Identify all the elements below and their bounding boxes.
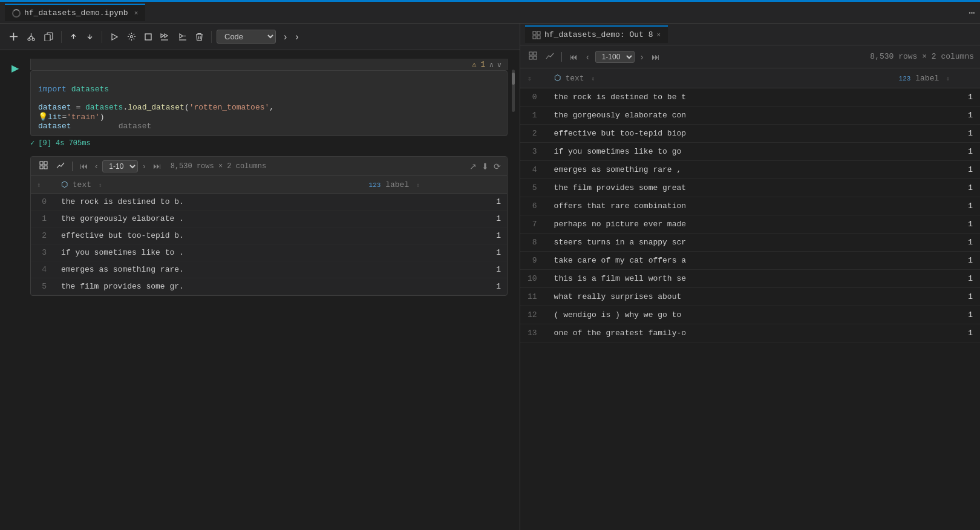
output-panel: hf_datasets_demo: Out 8 × ⏮ ‹ [520,24,980,530]
output-row-label: 1 [892,234,980,252]
notebook-content: ▶ ⚠ 1 ∧ ∨ import datasets dataset = data… [0,50,520,530]
output-table-row: 7 perhaps no picture ever made 1 [520,215,980,234]
run-cell-button[interactable] [107,30,122,44]
output-row-text: offers that rare combination [547,197,892,215]
output-page-select[interactable]: 1-100 [595,51,635,63]
output-row-label: 1 [892,88,980,106]
settings-button[interactable] [124,30,139,44]
notebook-panel: Code Markdown Raw › › ▶ ⚠ 1 ∧ [0,24,520,530]
notebook-download-btn[interactable]: ⬇ [482,162,489,171]
output-row-index: 6 [520,197,547,215]
notebook-external-link-btn[interactable]: ↗ [469,162,477,171]
output-table-row: 8 steers turns in a snappy scr 1 [520,234,980,252]
svg-rect-16 [529,52,532,55]
output-row-index: 12 [520,306,547,324]
output-col-label[interactable]: 123 label ⇕ [892,68,980,88]
collapse-down-btn[interactable]: ∨ [497,61,502,69]
notebook-row-index: 4 [31,261,55,278]
exec-status: ✓ [9] 4s 705ms [30,136,508,149]
notebook-grid-view-btn[interactable] [37,160,50,172]
output-row-text: take care of my cat offers a [547,252,892,270]
notebook-tab-close[interactable]: × [134,10,139,17]
output-row-text: steers turns in a snappy scr [547,234,892,252]
notebook-row-text: the gorgeously elaborate . [55,211,363,227]
move-up-button[interactable] [67,30,80,43]
output-first-page-btn[interactable]: ⏮ [567,51,580,63]
output-prev-page-btn[interactable]: ‹ [584,51,592,63]
svg-rect-14 [533,36,536,39]
code-cell: ▶ ⚠ 1 ∧ ∨ import datasets dataset = data… [0,56,520,151]
output-chart-view-btn[interactable] [543,50,557,63]
output-col-text[interactable]: ⬡ text ⇕ [547,68,892,88]
output-row-label: 1 [892,215,980,234]
notebook-prev-page-btn[interactable]: ‹ [93,161,100,171]
more-options-right[interactable]: › [281,29,290,45]
copy-button[interactable] [41,30,56,44]
cell-run-button[interactable]: ▶ [11,62,19,74]
notebook-chart-view-btn[interactable] [54,160,67,172]
output-row-label: 1 [892,324,980,342]
output-row-index: 7 [520,215,547,234]
collapse-up-btn[interactable]: ∧ [489,61,494,69]
tab-more-options[interactable]: ⋯ [969,6,975,19]
output-grid-view-btn[interactable] [526,50,540,63]
output-row-text: this is a film well worth se [547,270,892,288]
output-table-row: 11 what really surprises about 1 [520,288,980,306]
notebook-page-nav: ⏮ ‹ 1-10 › ⏭ [77,160,163,172]
output-tab-label: hf_datasets_demo: Out 8 [544,30,653,39]
notebook-table-actions: ↗ ⬇ ⟳ [469,162,501,171]
notebook-last-page-btn[interactable]: ⏭ [151,161,163,171]
chevron-right-button[interactable]: › [292,29,301,45]
svg-rect-9 [44,162,47,165]
output-row-text: if you sometimes like to go [547,143,892,161]
notebook-rows-info: 8,530 rows × 2 columns [171,162,266,171]
move-down-button[interactable] [83,30,97,43]
notebook-col-text[interactable]: ⬡ text ⇕ [55,176,363,194]
notebook-row-label: 1 [363,227,507,244]
notebook-first-page-btn[interactable]: ⏮ [77,161,90,171]
cut-button[interactable] [24,30,39,44]
output-row-label: 1 [892,179,980,197]
notebook-refresh-btn[interactable]: ⟳ [494,162,501,171]
output-last-page-btn[interactable]: ⏭ [649,51,662,63]
output-row-index: 11 [520,288,547,306]
output-row-index: 4 [520,161,547,179]
output-row-label: 1 [892,252,980,270]
svg-rect-18 [529,56,532,59]
cell-gutter: ▶ [0,59,30,74]
notebook-table-row: 1 the gorgeously elaborate . 1 [31,211,507,227]
run-below-button[interactable] [175,30,190,44]
notebook-row-text: emerges as something rare. [55,261,363,278]
cell-code-input[interactable]: import datasets dataset = datasets.load_… [30,70,508,136]
notebook-row-label: 1 [363,278,507,295]
cell-type-select[interactable]: Code Markdown Raw [217,30,276,44]
delete-button[interactable] [192,30,206,44]
add-cell-button[interactable] [6,30,21,44]
output-row-label: 1 [892,106,980,125]
notebook-row-label: 1 [363,261,507,278]
output-tab-close[interactable]: × [656,31,661,39]
output-table-row: 1 the gorgeously elaborate con 1 [520,106,980,125]
notebook-col-index: ⇕ [31,176,55,194]
notebook-table-row: 5 the film provides some gr. 1 [31,278,507,295]
output-row-text: the gorgeously elaborate con [547,106,892,125]
output-tab-grid-icon [532,31,541,39]
notebook-tab[interactable]: hf_datasets_demo.ipynb × [5,4,145,21]
output-table-row: 10 this is a film well worth se 1 [520,270,980,288]
notebook-row-text: effective but too-tepid b. [55,227,363,244]
notebook-page-select[interactable]: 1-10 [102,160,138,172]
notebook-row-index: 3 [31,244,55,261]
stop-button[interactable] [142,31,155,43]
output-tab[interactable]: hf_datasets_demo: Out 8 × [525,25,668,43]
notebook-next-page-btn[interactable]: › [140,161,148,171]
toolbar-sep-2 [102,31,102,43]
notebook-row-text: the film provides some gr. [55,278,363,295]
run-all-button[interactable] [157,30,173,44]
output-next-page-btn[interactable]: › [638,51,646,63]
notebook-row-index: 0 [31,194,55,211]
svg-rect-12 [533,31,536,34]
notebook-toolbar: Code Markdown Raw › › [0,24,520,50]
output-row-index: 5 [520,179,547,197]
notebook-col-label[interactable]: 123 label ⇕ [363,176,507,194]
output-row-label: 1 [892,125,980,143]
